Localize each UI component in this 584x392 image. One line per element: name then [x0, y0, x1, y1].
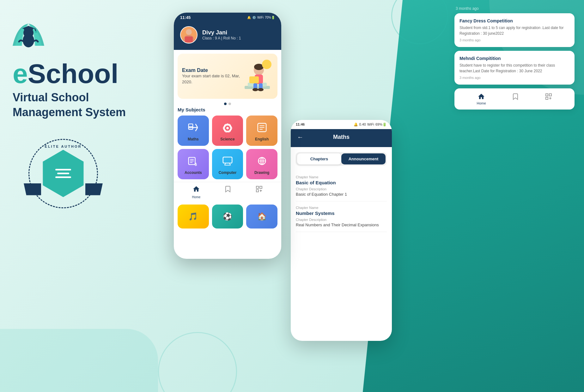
svg-rect-48	[260, 186, 262, 188]
maths-status-bar: 11:46 🔔0.40WiFi69%🔋	[291, 120, 392, 129]
subject-card-drawing[interactable]: Drawing	[246, 149, 277, 179]
phone-maths: 11:46 🔔0.40WiFi69%🔋 ← Maths Chapters Ann…	[291, 120, 392, 341]
notification-fancy-dress: Fancy Dress Competition Student from std…	[454, 13, 575, 47]
subject-card-maths[interactable]: Maths	[178, 116, 209, 146]
subject-label-science: Science	[220, 137, 234, 141]
badge-ribbon-right	[85, 183, 103, 195]
dot-inactive	[228, 103, 231, 105]
notif1-time: 3 months ago	[459, 38, 569, 42]
subject-card-extra2[interactable]: ⚽	[212, 205, 243, 229]
badge-ribbon-left	[24, 183, 41, 195]
home-icon	[192, 185, 200, 194]
tagline-line2: Management System	[13, 105, 174, 120]
computer-icon	[220, 153, 235, 169]
logo-container	[9, 19, 174, 54]
status-icons: 🔔 ⚙️ WiFi 70%🔋	[247, 16, 275, 19]
svg-point-18	[252, 88, 258, 91]
subject-card-computer[interactable]: Computer	[212, 149, 243, 179]
subject-card-extra1[interactable]: 🎵	[178, 205, 209, 229]
svg-point-19	[258, 88, 264, 91]
right-notifications-panel: 3 months ago Fancy Dress Competition Stu…	[454, 6, 575, 110]
ch2-name: Number Systems	[296, 211, 387, 216]
avatar	[180, 26, 198, 44]
notification-mehndi: Mehndi Compitition Student have to regis…	[454, 51, 575, 85]
svg-rect-9	[185, 36, 193, 42]
user-class: Class : 9 A | Roll No : 1	[202, 36, 241, 40]
svg-line-22	[196, 128, 198, 131]
nav-apps[interactable]	[255, 185, 263, 199]
svg-text:$: $	[195, 162, 197, 167]
svg-rect-54	[546, 97, 548, 99]
bottom-navigation: Home	[174, 182, 281, 202]
phone-main: 11:45 🔔 ⚙️ WiFi 70%🔋 Divy Jani	[174, 13, 281, 259]
user-header: Divy Jani Class : 9 A | Roll No : 1	[174, 22, 281, 50]
sports-icon: ⚽	[220, 209, 235, 224]
maths-header: ← Maths	[291, 129, 392, 147]
science-icon	[220, 120, 235, 135]
ch2-name-label: Chapter Name	[296, 206, 387, 210]
ch1-name-label: Chapter Name	[296, 175, 387, 179]
subject-label-computer: Computer	[219, 170, 237, 175]
notif-bottom-nav: Home	[454, 88, 575, 110]
svg-point-7	[186, 29, 192, 35]
svg-rect-47	[256, 186, 259, 188]
dot-active	[224, 103, 227, 105]
exam-desc: Your exam start date is 02, Mar, 2020.	[182, 73, 241, 85]
brand-text: eSchool	[13, 60, 174, 87]
main-phone-status-bar: 11:45 🔔 ⚙️ WiFi 70%🔋	[174, 13, 281, 22]
svg-point-28	[226, 127, 229, 129]
subject-label-maths: Maths	[188, 137, 199, 141]
svg-line-21	[196, 124, 198, 128]
subject-card-accounts[interactable]: $ Accounts	[178, 149, 209, 179]
chapters-list: Chapter Name Basic of Equation Chapter D…	[291, 171, 392, 232]
home2-icon: 🏠	[254, 209, 270, 224]
subject-card-extra3[interactable]: 🏠	[246, 205, 277, 229]
subjects-title: My Subjects	[178, 107, 277, 112]
tab-chapters[interactable]: Chapters	[297, 153, 341, 164]
english-icon	[254, 120, 270, 135]
maths-status-time: 11:46	[296, 122, 305, 127]
deco-circle-2	[158, 332, 237, 392]
maths-icon	[186, 120, 201, 135]
user-info: Divy Jani Class : 9 A | Roll No : 1	[202, 29, 241, 40]
subject-card-english[interactable]: English	[246, 116, 277, 146]
ch2-desc: Real Numbers and Their Decimal Expansion…	[296, 223, 387, 227]
bg-bottom-shape	[0, 329, 158, 392]
accounts-icon: $	[186, 153, 201, 169]
ch1-desc: Basic of Equation Chapter 1	[296, 192, 387, 197]
drawing-icon	[254, 153, 270, 169]
carousel-dots	[174, 103, 281, 105]
subjects-grid: Maths Science	[178, 116, 277, 179]
maths-status-icons: 🔔0.40WiFi69%🔋	[354, 122, 387, 127]
chapter-item-2[interactable]: Chapter Name Number Systems Chapter Desc…	[296, 201, 387, 232]
notif-nav-home[interactable]: Home	[477, 93, 486, 105]
exam-banner: Exam Date Your exam start date is 02, Ma…	[178, 54, 277, 99]
notif2-desc: Student have to register for this compet…	[459, 62, 569, 74]
nav-home[interactable]: Home	[192, 185, 201, 199]
nav-bookmark[interactable]	[224, 185, 232, 199]
ch2-desc-label: Chapter Description	[296, 218, 387, 222]
status-time: 11:45	[180, 15, 191, 20]
badge-top-text: ELITE AUTHOR	[29, 145, 97, 148]
subject-label-accounts: Accounts	[185, 170, 202, 175]
svg-rect-52	[546, 94, 548, 96]
tagline-line1: Virtual School	[13, 90, 174, 105]
badge-hex	[40, 150, 87, 197]
svg-rect-49	[256, 190, 259, 192]
maths-title: Maths	[307, 134, 376, 140]
exam-figure	[241, 58, 273, 94]
subjects-section: My Subjects Maths	[174, 107, 281, 179]
logo-icon	[9, 19, 47, 54]
bookmark-icon	[224, 185, 232, 194]
ch1-desc-label: Chapter Description	[296, 187, 387, 191]
subject-card-science[interactable]: Science	[212, 116, 243, 146]
exam-text: Exam Date Your exam start date is 02, Ma…	[182, 68, 241, 85]
tab-announcement[interactable]: Announcement	[341, 153, 386, 164]
back-arrow[interactable]: ←	[297, 134, 303, 141]
user-name: Divy Jani	[202, 29, 241, 36]
chapter-item-1[interactable]: Chapter Name Basic of Equation Chapter D…	[296, 171, 387, 201]
notif-nav-apps[interactable]	[545, 93, 552, 105]
notif-nav-bookmark[interactable]	[512, 93, 519, 105]
subject-label-drawing: Drawing	[254, 170, 269, 175]
notif2-time: 3 months ago	[459, 76, 569, 80]
